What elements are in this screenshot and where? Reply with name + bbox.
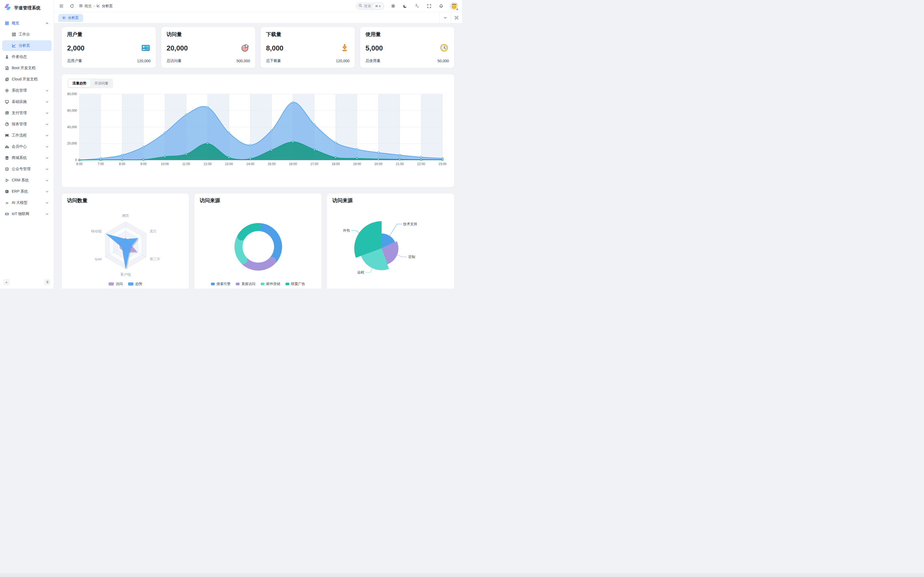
svg-text:20,000: 20,000	[67, 142, 77, 145]
tab-monthly-visits[interactable]: 月访问量	[90, 79, 112, 87]
svg-text:移动端: 移动端	[91, 229, 102, 233]
maximize-icon	[454, 16, 459, 20]
sidebar-item-overview[interactable]: 概览	[2, 18, 52, 29]
sidebar-item-report[interactable]: 报表管理	[2, 119, 52, 130]
sidebar-item-ai[interactable]: AI AI 大模型	[2, 197, 52, 208]
legend-swatch	[236, 283, 239, 285]
tabs-bar: 分析页	[54, 12, 462, 24]
stat-card-usage: 使用量 5,000 总使用量 50,000	[360, 27, 454, 68]
radar-chart: 网页其它第三方客户端Ipad移动端	[67, 208, 184, 280]
sidebar-item-crm[interactable]: CRM 系统	[2, 175, 52, 185]
user-icon	[5, 55, 9, 59]
monitor-icon	[5, 100, 9, 104]
svg-text:80,000: 80,000	[67, 92, 77, 96]
stat-value: 20,000	[166, 44, 188, 52]
svg-text:15:00: 15:00	[268, 162, 276, 166]
collapse-sidebar-button[interactable]: «	[3, 279, 10, 285]
sidebar-footer: «	[0, 277, 54, 288]
svg-text:技术支持: 技术支持	[403, 222, 417, 226]
wallet-icon	[5, 111, 9, 115]
legend-swatch	[261, 283, 265, 285]
play-triangle-icon	[5, 178, 9, 182]
refresh-icon[interactable]	[68, 3, 75, 10]
sidebar-item-payment[interactable]: 支付管理	[2, 108, 52, 118]
credit-card-icon	[141, 43, 150, 54]
maximize-content-button[interactable]	[451, 12, 462, 23]
legend-swatch	[286, 283, 289, 285]
sidebar-item-mall[interactable]: 商城系统	[2, 153, 52, 163]
breadcrumb-grid-icon	[79, 4, 82, 8]
hamburger-menu-icon[interactable]	[58, 3, 65, 10]
legend-item[interactable]: 搜索引擎	[211, 282, 231, 286]
legend-item[interactable]: 趋势	[128, 282, 142, 286]
svg-text:A: A	[417, 6, 419, 8]
breadcrumb-separator: ›	[94, 4, 95, 8]
svg-text:20:00: 20:00	[374, 162, 382, 166]
notification-bell-icon[interactable]	[438, 3, 444, 10]
sidebar-item-analysis[interactable]: 分析页	[2, 40, 52, 51]
translate-icon[interactable]: 文A	[414, 3, 420, 10]
stat-cards-row: 用户量 2,000 总用户量 120,000 访问量	[61, 27, 454, 68]
search-shortcut-badge: ⌘ K	[373, 3, 383, 9]
pin-sidebar-button[interactable]	[44, 279, 50, 285]
chevron-down-icon	[45, 122, 49, 126]
main-area: 概览 › 分析页 搜索 ⌘ K 文A	[54, 0, 462, 288]
legend-item[interactable]: 邮件营销	[261, 282, 280, 286]
chevron-down-icon	[45, 111, 49, 115]
online-status-dot	[456, 8, 459, 11]
page-content: 用户量 2,000 总用户量 120,000 访问量	[54, 24, 462, 288]
sidebar-menu: 概览 工作台 分析页 作者动态 Boot 开发文档 Cloud 开发文档	[0, 15, 54, 277]
sidebar-item-member[interactable]: 会员中心	[2, 141, 52, 152]
visit-count-radar-card: 访问数量 网页其它第三方客户端Ipad移动端 访问 趋势	[61, 193, 189, 288]
iot-board-icon	[5, 212, 9, 216]
donut-legend: 搜索引擎 直接访问 邮件营销 联盟广告	[194, 282, 321, 286]
dark-mode-moon-icon[interactable]	[402, 3, 409, 10]
sidebar-item-boot-docs[interactable]: Boot 开发文档	[2, 63, 52, 73]
breadcrumb-root[interactable]: 概览	[84, 4, 92, 8]
chevron-down-icon	[45, 201, 49, 205]
settings-gear-icon[interactable]	[389, 3, 396, 10]
tabs-dropdown-button[interactable]	[439, 12, 451, 23]
logo[interactable]: 芋道管理系统	[0, 0, 54, 15]
search-placeholder: 搜索	[364, 4, 371, 8]
open-tabs: 分析页	[54, 12, 439, 23]
sidebar-item-mp[interactable]: 公众号管理	[2, 164, 52, 174]
user-avatar[interactable]	[450, 2, 458, 10]
svg-text:16:00: 16:00	[289, 162, 297, 166]
svg-text:21:00: 21:00	[396, 162, 404, 166]
header-actions: 搜索 ⌘ K 文A	[355, 2, 458, 10]
legend-item[interactable]: 直接访问	[236, 282, 255, 286]
tab-traffic-trend[interactable]: 流量趋势	[68, 79, 90, 87]
sidebar-item-infra[interactable]: 基础设施	[2, 97, 52, 107]
sidebar-item-workflow[interactable]: 工作流程	[2, 130, 52, 141]
workflow-icon	[5, 133, 9, 137]
legend-item[interactable]: 联盟广告	[286, 282, 305, 286]
sidebar-item-cloud-docs[interactable]: Cloud 开发文档	[2, 74, 52, 85]
sidebar-item-erp[interactable]: E ERP 系统	[2, 186, 52, 197]
app-title: 芋道管理系统	[14, 5, 40, 11]
clock-icon	[439, 43, 449, 54]
sidebar-item-system[interactable]: 系统管理	[2, 85, 52, 96]
legend-item[interactable]: 访问	[108, 282, 123, 286]
pie-percent-icon: %	[241, 43, 250, 54]
grid-icon	[5, 21, 9, 25]
traffic-trend-card: 流量趋势 月访问量 020,00040,00060,00080,0006:007…	[61, 74, 454, 187]
chevron-down-icon	[45, 179, 49, 182]
svg-text:13:00: 13:00	[225, 162, 233, 166]
trend-tab-switch: 流量趋势 月访问量	[68, 79, 113, 88]
breadcrumb: 概览 › 分析页	[79, 4, 113, 8]
svg-text:8:00: 8:00	[119, 162, 125, 166]
top-header: 概览 › 分析页 搜索 ⌘ K 文A	[54, 0, 462, 12]
sidebar-item-workbench[interactable]: 工作台	[2, 29, 52, 40]
fullscreen-icon[interactable]	[426, 3, 433, 10]
pin-icon	[46, 280, 49, 284]
sidebar-item-author[interactable]: 作者动态	[2, 52, 52, 62]
sidebar-item-iot[interactable]: IoT 物联网	[2, 209, 52, 219]
tab-analysis[interactable]: 分析页	[58, 14, 83, 22]
tab-chart-icon	[63, 16, 66, 20]
chevron-down-icon	[45, 89, 49, 92]
svg-text:E: E	[6, 190, 8, 193]
chevron-down-icon	[45, 167, 49, 171]
stat-card-visits: 访问量 20,000 % 总访问量 500,000	[161, 27, 255, 68]
search-input[interactable]: 搜索 ⌘ K	[355, 2, 384, 10]
